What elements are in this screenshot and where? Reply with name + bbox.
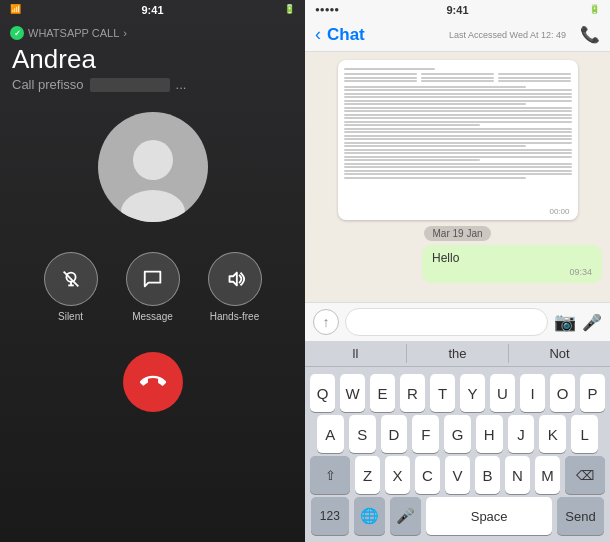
key-e[interactable]: E [370, 374, 395, 412]
expand-button[interactable]: ↑ [313, 309, 339, 335]
call-subtitle: Call prefisso ... [0, 77, 305, 92]
space-key[interactable]: Space [426, 497, 552, 535]
svg-point-0 [133, 140, 173, 180]
phone-call-icon[interactable]: 📞 [580, 25, 600, 44]
key-p[interactable]: P [580, 374, 605, 412]
globe-key[interactable]: 🌐 [354, 497, 385, 535]
end-call-button[interactable] [123, 352, 183, 412]
caller-name: Andrea [0, 44, 305, 75]
key-z[interactable]: Z [355, 456, 380, 494]
handsfree-btn-group: Hands-free [208, 252, 262, 322]
caller-avatar [98, 112, 208, 222]
key-r[interactable]: R [400, 374, 425, 412]
left-battery: 🔋 [284, 4, 295, 14]
chat-title[interactable]: Chat [327, 25, 365, 45]
key-g[interactable]: G [444, 415, 471, 453]
chat-screen: ●●●●● 9:41 🔋 ‹ Chat Last Accessed Wed At… [305, 0, 610, 542]
key-m[interactable]: M [535, 456, 560, 494]
hello-message: Hello 09:34 [422, 245, 602, 283]
message-btn-group: Message [126, 252, 180, 322]
ellipsis: ... [176, 77, 187, 92]
key-y[interactable]: Y [460, 374, 485, 412]
keyboard-bottom-row: 123 🌐 🎤 Space Send [311, 497, 604, 535]
key-w[interactable]: W [340, 374, 365, 412]
message-input-area: ↑ 📷 🎤 [305, 302, 610, 341]
key-i[interactable]: I [520, 374, 545, 412]
key-l[interactable]: L [571, 415, 598, 453]
silent-btn-group: Silent [44, 252, 98, 322]
message-label: Message [132, 311, 173, 322]
message-input[interactable] [345, 308, 548, 336]
left-time: 9:41 [141, 4, 163, 16]
prefix-bar [90, 78, 170, 92]
svg-point-1 [121, 190, 185, 222]
handsfree-label: Hands-free [210, 311, 259, 322]
key-h[interactable]: H [476, 415, 503, 453]
key-d[interactable]: D [381, 415, 408, 453]
key-t[interactable]: T [430, 374, 455, 412]
document-message: 00:00 [338, 60, 578, 220]
keyboard-suggestions: ll the Not [305, 341, 610, 367]
camera-button[interactable]: 📷 [554, 311, 576, 333]
backspace-key[interactable]: ⌫ [565, 456, 605, 494]
date-divider: Mar 19 Jan [305, 228, 610, 239]
hello-time: 09:34 [432, 267, 592, 277]
key-v[interactable]: V [445, 456, 470, 494]
document-content [338, 60, 578, 220]
key-f[interactable]: F [412, 415, 439, 453]
suggestion-3[interactable]: Not [509, 344, 610, 363]
shift-key[interactable]: ⇧ [310, 456, 350, 494]
end-call-icon [140, 369, 166, 395]
keyboard-row-3: ⇧ Z X C V B N M ⌫ [311, 456, 604, 494]
key-j[interactable]: J [508, 415, 535, 453]
call-label-chevron: › [123, 27, 127, 39]
call-label: ✓ WHATSAPP CALL › [0, 26, 305, 40]
left-status-bar: 📶 9:41 🔋 [0, 0, 305, 18]
keyboard-row-1: Q W E R T Y U I O P [311, 374, 604, 412]
num-key[interactable]: 123 [311, 497, 349, 535]
whatsapp-logo: ✓ [10, 26, 24, 40]
mic-key[interactable]: 🎤 [390, 497, 421, 535]
send-key[interactable]: Send [557, 497, 604, 535]
avatar-silhouette [113, 132, 193, 222]
key-c[interactable]: C [415, 456, 440, 494]
call-screen: 📶 9:41 🔋 ✓ WHATSAPP CALL › Andrea Call p… [0, 0, 305, 542]
key-n[interactable]: N [505, 456, 530, 494]
document-timestamp: 00:00 [549, 207, 569, 216]
mic-off-icon [60, 268, 82, 290]
message-icon [142, 268, 164, 290]
right-status-bar: ●●●●● 9:41 🔋 [305, 0, 610, 18]
back-button[interactable]: ‹ [315, 24, 321, 45]
last-accessed-text: Last Accessed Wed At 12: 49 [449, 30, 566, 40]
call-action-buttons: Silent Message Hands-free [44, 252, 262, 322]
hello-text: Hello [432, 251, 459, 265]
message-button[interactable] [126, 252, 180, 306]
key-b[interactable]: B [475, 456, 500, 494]
key-k[interactable]: K [539, 415, 566, 453]
key-x[interactable]: X [385, 456, 410, 494]
call-label-text: WHATSAPP CALL [28, 27, 119, 39]
key-u[interactable]: U [490, 374, 515, 412]
key-s[interactable]: S [349, 415, 376, 453]
chat-messages: 00:00 Mar 19 Jan Hello 09:34 [305, 52, 610, 302]
keyboard-row-2: A S D F G H J K L [317, 415, 598, 453]
call-subtitle-text: Call prefisso [12, 77, 84, 92]
silent-button[interactable] [44, 252, 98, 306]
speaker-icon [224, 268, 246, 290]
wifi-icon: 📶 [10, 4, 21, 14]
key-a[interactable]: A [317, 415, 344, 453]
mic-button[interactable]: 🎤 [582, 313, 602, 332]
keyboard: Q W E R T Y U I O P A S D F G H J K L ⇧ … [305, 367, 610, 542]
suggestion-2[interactable]: the [407, 344, 509, 363]
left-signal: 📶 [10, 4, 21, 14]
suggestion-1[interactable]: ll [305, 344, 407, 363]
silent-label: Silent [58, 311, 83, 322]
right-battery: 🔋 [589, 4, 600, 14]
key-q[interactable]: Q [310, 374, 335, 412]
chat-header: ‹ Chat Last Accessed Wed At 12: 49 📞 [305, 18, 610, 52]
right-signal: ●●●●● [315, 5, 339, 14]
key-o[interactable]: O [550, 374, 575, 412]
svg-marker-6 [229, 273, 236, 286]
battery-icon: 🔋 [284, 4, 295, 14]
handsfree-button[interactable] [208, 252, 262, 306]
